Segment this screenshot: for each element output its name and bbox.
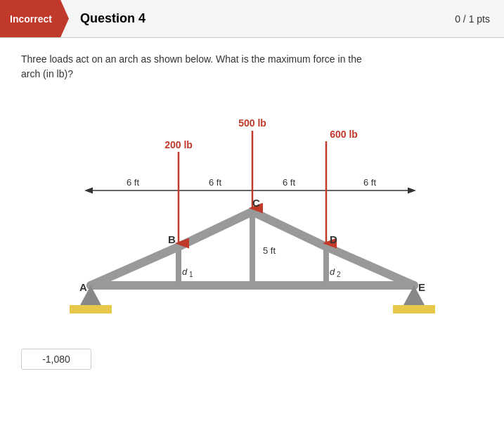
svg-text:6 ft: 6 ft <box>126 177 138 188</box>
svg-text:E: E <box>418 281 425 293</box>
svg-rect-14 <box>393 305 435 314</box>
badge-label: Incorrect <box>10 13 52 25</box>
svg-line-1 <box>179 212 252 247</box>
arch-diagram: 6 ft 6 ft 6 ft 6 ft <box>49 96 456 335</box>
svg-line-3 <box>326 247 414 285</box>
svg-rect-12 <box>70 305 112 314</box>
svg-text:200 lb: 200 lb <box>164 139 193 150</box>
svg-text:500 lb: 500 lb <box>238 117 266 129</box>
question-header: Incorrect Question 4 0 / 1 pts <box>0 0 504 38</box>
svg-text:d: d <box>330 266 335 277</box>
svg-text:D: D <box>330 233 337 245</box>
svg-line-0 <box>91 247 179 285</box>
question-title: Question 4 <box>80 11 455 26</box>
svg-text:B: B <box>168 233 176 245</box>
points-display: 0 / 1 pts <box>455 13 490 25</box>
svg-text:6 ft: 6 ft <box>363 177 375 188</box>
question-text: Three loads act on an arch as shown belo… <box>21 52 483 82</box>
svg-text:d: d <box>182 266 188 277</box>
svg-text:1: 1 <box>189 271 193 278</box>
svg-line-2 <box>252 212 326 247</box>
svg-text:600 lb: 600 lb <box>330 129 358 140</box>
svg-text:5 ft: 5 ft <box>263 245 276 256</box>
question-content: Three loads act on an arch as shown belo… <box>0 38 504 384</box>
svg-text:C: C <box>252 197 260 209</box>
svg-text:A: A <box>79 281 87 293</box>
diagram: 6 ft 6 ft 6 ft 6 ft <box>49 96 456 335</box>
svg-text:6 ft: 6 ft <box>282 177 295 188</box>
svg-text:6 ft: 6 ft <box>208 177 221 188</box>
incorrect-badge: Incorrect <box>0 0 69 37</box>
answer-input[interactable]: -1,080 <box>21 349 91 370</box>
svg-text:2: 2 <box>337 271 341 278</box>
